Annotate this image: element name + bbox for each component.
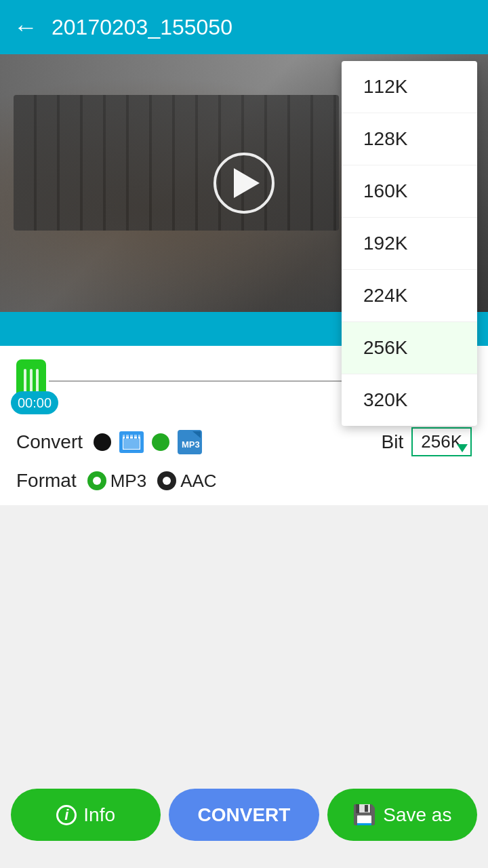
bitrate-dropdown-trigger[interactable]: 256K — [411, 427, 472, 456]
timestamp-start: 00:00 — [11, 391, 58, 414]
radio-aac-unselected[interactable] — [157, 471, 176, 490]
bitrate-dropdown[interactable]: 112K 128K 160K 192K 224K 256K 320K — [342, 61, 477, 426]
stripe — [36, 369, 39, 393]
page-title: 20170203_155050 — [52, 15, 232, 40]
svg-rect-0 — [123, 437, 140, 450]
info-button[interactable]: i Info — [11, 789, 161, 841]
svg-text:MP3: MP3 — [182, 439, 200, 450]
format-mp3-option[interactable]: MP3 — [87, 471, 146, 492]
format-label: Format — [16, 470, 77, 492]
save-as-button[interactable]: 💾 Save as — [327, 789, 477, 841]
save-button-label: Save as — [383, 804, 451, 826]
app-header: ← 20170203_155050 — [0, 0, 488, 54]
stripe — [24, 369, 26, 393]
play-icon — [234, 168, 260, 198]
format-aac-label: AAC — [180, 471, 216, 492]
content-spacer — [0, 505, 488, 587]
bitrate-option-128k[interactable]: 128K — [342, 113, 477, 165]
bitrate-label: Bit — [382, 431, 404, 453]
convert-label: Convert — [16, 431, 83, 453]
format-mp3-label: MP3 — [110, 471, 146, 492]
bitrate-option-192k[interactable]: 192K — [342, 218, 477, 270]
bitrate-option-320k[interactable]: 320K — [342, 374, 477, 426]
bitrate-option-224k[interactable]: 224K — [342, 270, 477, 322]
back-button[interactable]: ← — [14, 13, 38, 41]
handle-stripes-left — [24, 369, 39, 393]
format-row: Format MP3 AAC — [11, 465, 477, 505]
play-button[interactable] — [214, 153, 274, 214]
convert-radio-green[interactable] — [152, 433, 169, 451]
mp3-icon[interactable]: MP3 — [178, 430, 202, 454]
bitrate-option-112k[interactable]: 112K — [342, 61, 477, 113]
clapper-icon[interactable] — [119, 431, 144, 453]
radio-mp3-inner — [93, 477, 101, 485]
radio-mp3-selected[interactable] — [87, 471, 106, 490]
info-icon: i — [56, 805, 77, 825]
stripe — [30, 369, 33, 393]
convert-button[interactable]: CONVERT — [169, 789, 319, 841]
info-button-label: Info — [83, 804, 115, 826]
bitrate-option-256k[interactable]: 256K — [342, 322, 477, 374]
video-thumbnail-decoration — [14, 95, 339, 231]
convert-button-label: CONVERT — [198, 804, 291, 826]
timestamp-left-container: 00:00 — [11, 395, 58, 411]
save-icon: 💾 — [352, 804, 376, 826]
convert-radio-black[interactable] — [94, 433, 111, 451]
format-aac-option[interactable]: AAC — [157, 471, 216, 492]
bottom-action-bar: i Info CONVERT 💾 Save as — [0, 789, 488, 841]
bitrate-option-160k[interactable]: 160K — [342, 165, 477, 218]
radio-aac-inner — [163, 477, 171, 485]
bitrate-value: 256K — [421, 431, 462, 452]
